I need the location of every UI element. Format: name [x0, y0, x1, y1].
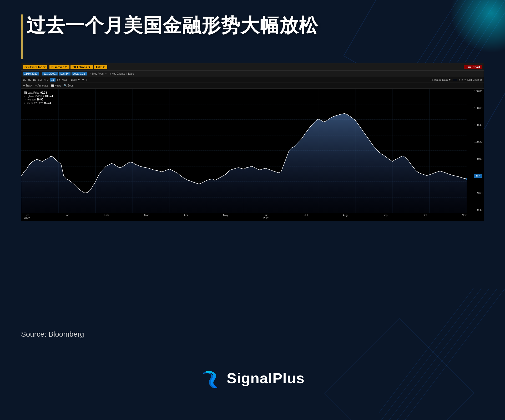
add-data-btn[interactable]	[453, 80, 457, 80]
x-label-nov: Nov	[462, 214, 467, 217]
period-3d[interactable]: 3D	[28, 78, 31, 81]
signalplus-logo-icon	[200, 367, 221, 388]
period-1d[interactable]: 1D	[23, 78, 26, 81]
logo-section: SignalPlus	[200, 367, 305, 388]
frequency-daily[interactable]: Daily ▼	[71, 78, 80, 81]
period-1m[interactable]: 1M	[33, 78, 37, 81]
key-events-checkbox[interactable]: ■ Key Events	[109, 72, 125, 75]
y-label-100-20: 100.20	[474, 140, 482, 143]
y-label-100-60: 100.60	[474, 107, 482, 110]
y-label-100-40: 100.40	[474, 124, 482, 126]
chart-settings-icon[interactable]: ▼	[82, 78, 84, 81]
title-section: 过去一个月美国金融形势大幅放松	[21, 14, 484, 59]
bloomberg-toolbar-period: 1D 3D 1M 6M YTD 1Y 5Y Max | Daily ▼ ▼ ≡ …	[21, 77, 484, 83]
edit-btn[interactable]: Edit ▼	[94, 65, 107, 69]
date-separator: –	[40, 72, 41, 75]
legend-high: ↑ High on 10/27/23 100.74	[24, 95, 53, 98]
svg-line-10	[397, 289, 497, 420]
x-label-apr: Apr	[184, 214, 188, 217]
line-chart-label: Line Chart	[464, 65, 482, 69]
x-label-feb: Feb	[104, 214, 109, 217]
period-1y[interactable]: 1Y	[50, 78, 55, 82]
x-label-jan: Jan	[65, 214, 69, 217]
x-label-may: May	[223, 214, 228, 217]
last-px-btn[interactable]: Last Px	[59, 72, 70, 75]
table-checkbox[interactable]: Table	[128, 72, 134, 75]
y-label-99-60: 99.60	[476, 192, 482, 195]
chart-legend: Last Price 99.78 ↑ High on 10/27/23 100.…	[24, 91, 53, 105]
y-label-current-price: 99.78	[474, 174, 482, 178]
page-title: 过去一个月美国金融形势大幅放松	[21, 14, 484, 36]
news-btn[interactable]: 📰 News	[51, 84, 61, 87]
bb-ticker: GSUSFCI Index	[23, 65, 47, 69]
svg-line-9	[405, 289, 505, 420]
end-date-btn[interactable]: 11/30/2023	[42, 72, 58, 75]
price-chart-svg	[21, 89, 467, 213]
start-date-btn[interactable]: 11/30/2022	[23, 72, 39, 75]
svg-line-13	[379, 289, 473, 420]
actions-btn[interactable]: 90 Actions ▼	[70, 65, 93, 69]
x-label-dec: Dec 2022	[24, 214, 30, 220]
edit-chart-btn[interactable]: ✏ Edit Chart ⚙	[464, 78, 482, 81]
lines-icon[interactable]: ≡	[86, 78, 88, 81]
period-ytd[interactable]: YTD	[43, 78, 48, 81]
period-6m[interactable]: 6M	[38, 78, 42, 81]
legend-low: ↓ Low on 07/19/23 99.33	[24, 102, 53, 104]
y-label-100-00: 100.00	[474, 158, 482, 160]
zoom-btn[interactable]: 🔍 Zoom	[64, 84, 74, 87]
x-label-aug: Aug	[343, 214, 348, 217]
x-label-oct: Oct	[423, 214, 427, 217]
legend-last-price: Last Price 99.78	[24, 91, 53, 94]
svg-line-12	[381, 289, 481, 420]
chart-svg-area	[21, 89, 467, 213]
x-label-jul: Jul	[304, 214, 308, 217]
track-btn[interactable]: ✛ Track	[23, 84, 32, 87]
x-label-jun: Jun 2023	[263, 214, 269, 220]
bloomberg-chart: GSUSFCI Index Discover ▼ 90 Actions ▼ Ed…	[21, 63, 484, 221]
nav-right-btn[interactable]: »	[461, 78, 463, 81]
svg-line-11	[389, 289, 489, 420]
logo-name: SignalPlus	[227, 370, 305, 387]
nav-left-btn[interactable]: «	[458, 78, 460, 81]
source-text: Source: Bloomberg	[21, 330, 84, 338]
y-label-100-80: 100.80	[474, 90, 482, 93]
y-label-99-40: 99.40	[476, 209, 482, 211]
discover-btn[interactable]: Discover ▼	[49, 65, 69, 69]
bloomberg-toolbar-top: GSUSFCI Index Discover ▼ 90 Actions ▼ Ed…	[21, 63, 484, 71]
y-axis: 100.80 100.60 100.40 100.20 100.00 99.78…	[467, 89, 484, 213]
related-data-btn[interactable]: + Related Data ▼	[430, 78, 451, 81]
legend-average: → Average 99.90	[24, 98, 53, 101]
local-ccy-btn[interactable]: Local CCY	[72, 72, 87, 75]
title-border	[21, 14, 23, 59]
deco-lines-bottom-right	[379, 262, 505, 420]
x-axis: Dec 2022 Jan Feb Mar Apr May Jun 2023 Ju…	[24, 213, 467, 221]
chart-area: Last Price 99.78 ↑ High on 10/27/23 100.…	[21, 89, 484, 221]
x-label-sep: Sep	[383, 214, 387, 217]
mov-avgs-checkbox[interactable]: ✓ Mov Avgs	[89, 72, 103, 75]
x-label-mar: Mar	[144, 214, 149, 217]
bloomberg-toolbar-action: ✛ Track ✏ Annotate 📰 News 🔍 Zoom	[21, 83, 484, 89]
annotate-btn[interactable]: ✏ Annotate	[35, 84, 48, 87]
period-5y[interactable]: 5Y	[57, 78, 60, 81]
bloomberg-toolbar-date: 11/30/2022 – 11/30/2023 Last Px Local CC…	[21, 71, 484, 77]
period-max[interactable]: Max	[62, 78, 67, 81]
